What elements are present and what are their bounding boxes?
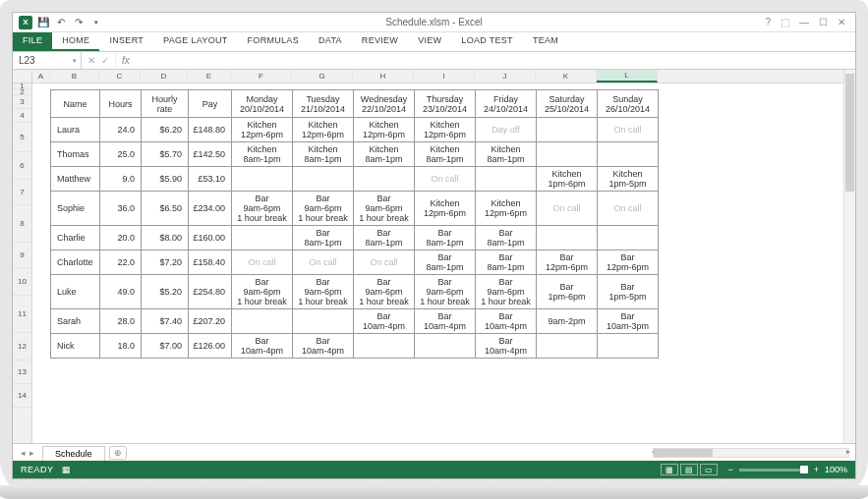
cell[interactable]: Bar8am-1pm <box>293 226 354 250</box>
cell[interactable]: £53.10 <box>189 167 232 192</box>
cell[interactable]: £234.00 <box>189 192 232 226</box>
cell[interactable]: Bar9am-6pm1 hour break <box>232 275 293 309</box>
row-header-10[interactable]: 10 <box>13 268 31 296</box>
cell[interactable]: Bar1pm-5pm <box>598 275 659 309</box>
cell[interactable]: $7.00 <box>142 334 189 359</box>
cell[interactable]: Bar8am-1pm <box>354 226 415 250</box>
save-icon[interactable]: 💾 <box>36 16 50 29</box>
cell[interactable] <box>354 167 415 192</box>
cell[interactable]: $6.50 <box>142 192 189 226</box>
view-page-layout-icon[interactable]: ▤ <box>680 464 698 475</box>
cell[interactable] <box>232 226 293 250</box>
tab-page-layout[interactable]: PAGE LAYOUT <box>153 32 237 51</box>
cell[interactable]: Bar10am-4pm <box>415 309 476 334</box>
column-header-D[interactable]: D <box>141 70 188 83</box>
cell[interactable]: 28.0 <box>100 309 142 334</box>
name-box[interactable]: L23 <box>13 52 82 69</box>
cell[interactable] <box>537 118 598 142</box>
cell[interactable] <box>293 167 354 192</box>
cell[interactable]: 22.0 <box>100 250 142 275</box>
cell[interactable]: Kitchen12pm-6pm <box>354 118 415 142</box>
cell[interactable]: Bar10am-4pm <box>232 334 293 359</box>
cell[interactable]: Thomas <box>51 142 100 167</box>
zoom-in-button[interactable]: + <box>814 465 819 474</box>
cell[interactable]: Kitchen1pm-6pm <box>537 167 598 192</box>
cell[interactable] <box>537 142 598 167</box>
cell[interactable]: Kitchen1pm-5pm <box>598 167 659 192</box>
cell[interactable] <box>598 226 659 250</box>
cell[interactable]: Kitchen8am-1pm <box>293 142 354 167</box>
cell[interactable]: Bar10am-4pm <box>293 334 354 359</box>
new-sheet-button[interactable]: ⊕ <box>109 446 127 460</box>
cell[interactable]: 25.0 <box>100 142 142 167</box>
zoom-label[interactable]: 100% <box>825 465 847 474</box>
zoom-out-button[interactable]: − <box>727 465 732 474</box>
cell[interactable] <box>293 309 354 334</box>
cell[interactable]: Bar9am-6pm1 hour break <box>354 275 415 309</box>
cell[interactable]: 9am-2pm <box>537 309 598 334</box>
cell[interactable]: On call <box>232 250 293 275</box>
cell[interactable] <box>354 334 415 359</box>
cell[interactable]: On call <box>598 192 659 226</box>
cell[interactable]: Matthew <box>51 167 100 192</box>
row-header-3[interactable]: 3 <box>13 95 31 109</box>
cell[interactable]: On call <box>415 167 476 192</box>
cell[interactable]: On call <box>293 250 354 275</box>
column-header-H[interactable]: H <box>353 70 414 83</box>
cell[interactable]: Bar12pm-6pm <box>598 250 659 275</box>
cell[interactable]: Sophie <box>51 192 100 226</box>
cell[interactable]: £160.00 <box>189 226 232 250</box>
cell[interactable] <box>476 167 537 192</box>
row-header-7[interactable]: 7 <box>13 180 31 205</box>
row-header-11[interactable]: 11 <box>13 296 31 333</box>
cell[interactable]: Kitchen8am-1pm <box>354 142 415 167</box>
cell[interactable]: Sarah <box>51 309 100 334</box>
cell[interactable]: Kitchen8am-1pm <box>232 142 293 167</box>
cell[interactable]: 9.0 <box>100 167 142 192</box>
cell[interactable] <box>598 142 659 167</box>
row-header-4[interactable]: 4 <box>13 109 31 123</box>
cell[interactable] <box>232 167 293 192</box>
cell[interactable]: Kitchen12pm-6pm <box>415 192 476 226</box>
view-normal-icon[interactable]: ▦ <box>661 464 678 475</box>
cell[interactable]: $5.70 <box>142 142 189 167</box>
cell[interactable]: Kitchen12pm-6pm <box>476 192 537 226</box>
cell[interactable] <box>415 334 476 359</box>
column-header-L[interactable]: L <box>597 70 658 83</box>
cell[interactable] <box>537 334 598 359</box>
cell[interactable]: Kitchen8am-1pm <box>415 142 476 167</box>
enter-formula-icon[interactable]: ✓ <box>101 55 109 66</box>
maximize-icon[interactable]: ☐ <box>819 17 828 28</box>
row-header-13[interactable]: 13 <box>13 360 31 384</box>
ribbon-collapse-icon[interactable]: ⬚ <box>781 17 789 28</box>
row-header-8[interactable]: 8 <box>13 205 31 243</box>
cell[interactable]: 18.0 <box>100 334 142 359</box>
cell[interactable]: Kitchen12pm-6pm <box>293 118 354 142</box>
column-header-B[interactable]: B <box>50 70 99 83</box>
minimize-icon[interactable]: — <box>799 17 809 28</box>
qat-dropdown-icon[interactable]: ▾ <box>89 16 103 29</box>
cell[interactable]: Bar9am-6pm1 hour break <box>476 275 537 309</box>
cell[interactable]: Bar9am-6pm1 hour break <box>293 275 354 309</box>
row-header-14[interactable]: 14 <box>13 384 31 408</box>
tab-insert[interactable]: INSERT <box>99 32 153 51</box>
cell[interactable]: 20.0 <box>100 226 142 250</box>
cell[interactable]: Kitchen12pm-6pm <box>415 118 476 142</box>
vscroll-thumb[interactable] <box>845 74 854 192</box>
row-header-6[interactable]: 6 <box>13 152 31 180</box>
column-header-A[interactable]: A <box>32 70 50 83</box>
sheet-tab-schedule[interactable]: Schedule <box>42 446 105 461</box>
cell[interactable]: On call <box>537 192 598 226</box>
row-header-5[interactable]: 5 <box>13 123 31 152</box>
cell[interactable]: Bar9am-6pm1 hour break <box>293 192 354 226</box>
cell[interactable] <box>537 226 598 250</box>
cell[interactable]: $7.20 <box>142 250 189 275</box>
cell[interactable]: 49.0 <box>100 275 142 309</box>
cell[interactable]: Kitchen8am-1pm <box>476 142 537 167</box>
tab-load-test[interactable]: LOAD TEST <box>451 32 523 51</box>
cell[interactable]: Bar12pm-6pm <box>537 250 598 275</box>
column-header-J[interactable]: J <box>475 70 536 83</box>
cell[interactable]: $7.40 <box>142 309 189 334</box>
tab-formulas[interactable]: FORMULAS <box>238 32 309 51</box>
undo-icon[interactable]: ↶ <box>54 16 68 29</box>
